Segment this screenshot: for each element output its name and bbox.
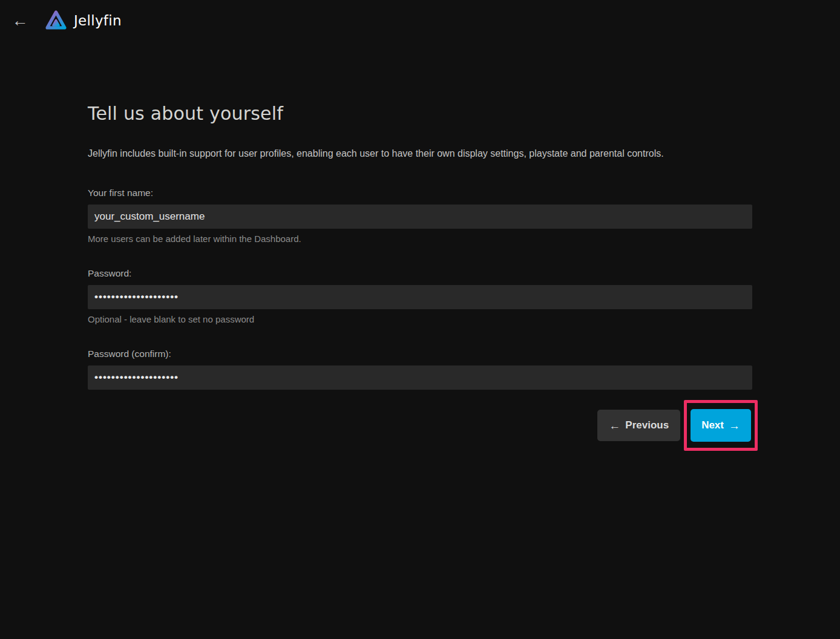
next-button[interactable]: Next → xyxy=(691,409,751,442)
app-title: Jellyfin xyxy=(74,13,122,28)
arrow-left-icon: ← xyxy=(609,420,620,431)
first-name-label: Your first name: xyxy=(88,187,752,198)
wizard-buttons-row: ← Previous Next → xyxy=(88,400,752,451)
next-button-label: Next xyxy=(701,419,724,431)
password-confirm-field: Password (confirm): xyxy=(88,348,752,390)
password-field: Password: Optional - leave blank to set … xyxy=(88,267,752,325)
wizard-user-page: Tell us about yourself Jellyfin includes… xyxy=(88,103,752,451)
previous-button[interactable]: ← Previous xyxy=(597,410,680,441)
app-logo: Jellyfin xyxy=(44,7,122,34)
first-name-helper: More users can be added later within the… xyxy=(88,234,752,244)
password-label: Password: xyxy=(88,267,752,279)
page-title: Tell us about yourself xyxy=(88,103,752,125)
page-description: Jellyfin includes built-in support for u… xyxy=(88,148,752,159)
password-input[interactable] xyxy=(88,285,752,309)
previous-button-label: Previous xyxy=(625,419,669,431)
arrow-left-icon: ← xyxy=(12,13,28,29)
password-confirm-label: Password (confirm): xyxy=(88,348,752,359)
first-name-field: Your first name: More users can be added… xyxy=(88,187,752,244)
next-button-highlight-annotation: Next → xyxy=(684,400,758,451)
jellyfin-logo-icon xyxy=(44,7,68,34)
password-confirm-input[interactable] xyxy=(88,365,752,390)
arrow-right-icon: → xyxy=(729,420,740,431)
password-helper: Optional - leave blank to set no passwor… xyxy=(88,314,752,325)
first-name-input[interactable] xyxy=(88,205,752,229)
top-bar: ← Jellyfin xyxy=(0,0,840,41)
back-button[interactable]: ← xyxy=(10,10,30,31)
